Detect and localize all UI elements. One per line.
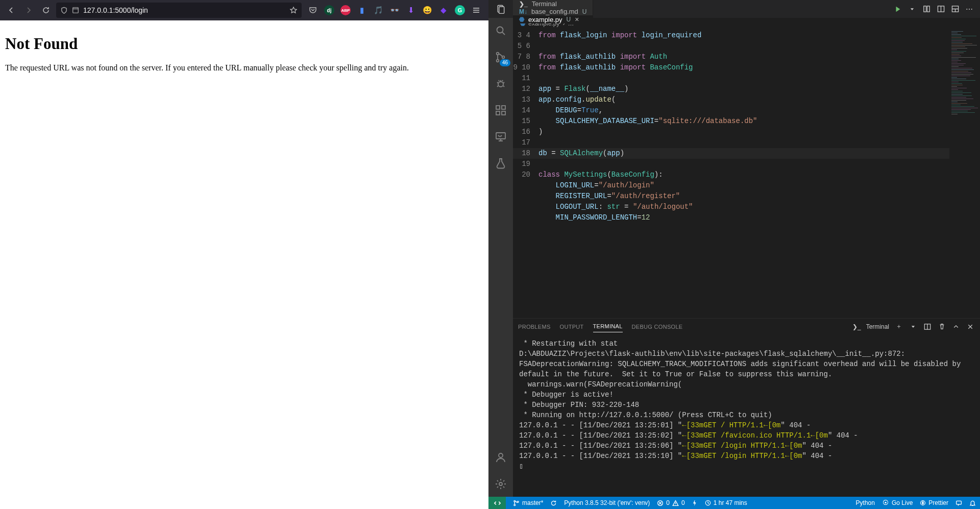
glasses-ext-icon[interactable]: 👓 xyxy=(389,5,400,15)
forward-button[interactable] xyxy=(21,3,36,17)
url-text: 127.0.0.1:5000/login xyxy=(83,6,285,14)
editor-column: ⬣ example.py › … 3 4 5 6 7 8 9 10 11 12 … xyxy=(513,18,980,497)
new-terminal-button[interactable]: ＋ xyxy=(894,322,903,331)
wakatime[interactable]: 1 hr 47 mins xyxy=(705,499,747,506)
layout-button[interactable] xyxy=(950,5,960,14)
tab-file-icon: M↓ xyxy=(519,8,527,15)
tab-label: Terminal xyxy=(532,0,557,8)
svg-point-8 xyxy=(497,53,499,55)
adblock-ext-icon[interactable]: ABP xyxy=(340,5,351,15)
settings-icon[interactable] xyxy=(493,476,508,492)
split-editor-button[interactable] xyxy=(936,5,945,14)
panel-tab-problems[interactable]: PROBLEMS xyxy=(518,321,551,332)
source-control-icon[interactable]: 46 xyxy=(493,50,508,65)
svg-rect-13 xyxy=(496,111,500,115)
svg-point-21 xyxy=(514,504,516,505)
line-gutter: 3 4 5 6 7 8 9 10 11 12 13 14 15 16 17 18… xyxy=(513,29,538,318)
music-ext-icon[interactable]: 🎵 xyxy=(373,5,383,15)
django-ext-icon[interactable]: dj xyxy=(324,5,334,15)
extensions-icon[interactable] xyxy=(493,103,508,118)
close-panel-button[interactable] xyxy=(966,322,975,331)
editor-action-bar: ⋯ xyxy=(887,0,980,18)
tab-modified-indicator: U xyxy=(582,8,587,15)
status-bar: master* Python 3.8.5 32-bit ('env': venv… xyxy=(488,497,980,509)
bottom-panel: PROBLEMS OUTPUT TERMINAL DEBUG CONSOLE ❯… xyxy=(513,318,980,497)
page-message: The requested URL was not found on the s… xyxy=(5,63,483,72)
svg-rect-14 xyxy=(502,111,505,115)
tab-label: base_config.md xyxy=(531,8,578,15)
run-button[interactable] xyxy=(893,5,902,14)
grammarly-ext-icon[interactable]: G xyxy=(455,5,465,15)
run-dropdown-icon[interactable] xyxy=(908,5,917,14)
prettier-status[interactable]: Prettier xyxy=(920,499,948,506)
live-server-port-icon[interactable] xyxy=(692,500,698,506)
svg-point-11 xyxy=(498,82,503,87)
diamond-ext-icon[interactable]: ◆ xyxy=(438,5,449,15)
problems-status[interactable]: 0 0 xyxy=(657,499,684,506)
browser-toolbar: 127.0.0.1:5000/login dj ABP ▮ 🎵 👓 ⬇ 😀 ◆ … xyxy=(0,0,488,20)
pocket-icon[interactable] xyxy=(308,5,318,15)
svg-rect-2 xyxy=(499,7,504,13)
editor-tab-2[interactable]: ⬣example.pyU× xyxy=(513,15,593,23)
more-actions-icon[interactable]: ⋯ xyxy=(965,5,974,14)
svg-point-10 xyxy=(502,56,505,59)
vscode-window: ❯_TerminalM↓base_config.mdU⬣example.pyU×… xyxy=(488,0,980,509)
testing-icon[interactable] xyxy=(493,156,508,171)
svg-point-22 xyxy=(517,501,519,502)
terminal-dropdown-icon[interactable] xyxy=(909,322,918,331)
download-ext-icon[interactable]: ⬇ xyxy=(406,5,416,15)
code-area[interactable]: from flask_login import login_required f… xyxy=(538,29,949,318)
browser-window: 127.0.0.1:5000/login dj ABP ▮ 🎵 👓 ⬇ 😀 ◆ … xyxy=(0,0,488,509)
panel-tab-terminal[interactable]: TERMINAL xyxy=(593,321,623,332)
screen: 127.0.0.1:5000/login dj ABP ▮ 🎵 👓 ⬇ 😀 ◆ … xyxy=(0,0,980,509)
python-interpreter[interactable]: Python 3.8.5 32-bit ('env': venv) xyxy=(564,499,650,506)
terminal-name[interactable]: Terminal xyxy=(866,323,889,330)
panel-tabs: PROBLEMS OUTPUT TERMINAL DEBUG CONSOLE ❯… xyxy=(513,319,980,334)
smiley-ext-icon[interactable]: 😀 xyxy=(422,5,432,15)
app-menu-icon[interactable] xyxy=(471,5,481,15)
split-terminal-button[interactable] xyxy=(923,322,932,331)
shield-icon xyxy=(60,7,68,14)
compare-button[interactable] xyxy=(922,5,931,14)
remote-explorer-icon[interactable] xyxy=(493,129,508,144)
language-mode[interactable]: Python xyxy=(856,499,875,506)
panel-tab-output[interactable]: OUTPUT xyxy=(560,321,584,332)
go-live-button[interactable]: ⦿Go Live xyxy=(882,499,913,506)
terminal-prompt-icon: ❯_ xyxy=(852,323,861,330)
panel-tab-debug-console[interactable]: DEBUG CONSOLE xyxy=(632,321,683,332)
svg-rect-26 xyxy=(957,501,962,504)
editor-tab-1[interactable]: M↓base_config.mdU xyxy=(513,8,593,15)
code-editor[interactable]: 3 4 5 6 7 8 9 10 11 12 13 14 15 16 17 18… xyxy=(513,29,980,318)
editor-tab-0[interactable]: ❯_Terminal xyxy=(513,0,593,8)
terminal-output[interactable]: * Restarting with stat D:\ABDUAZIZ\Proje… xyxy=(513,334,980,497)
sync-button[interactable] xyxy=(550,500,557,506)
tab-close-icon[interactable]: × xyxy=(575,15,579,23)
svg-rect-4 xyxy=(927,6,929,12)
tab-modified-indicator: U xyxy=(566,16,571,23)
activity-bar: 46 xyxy=(488,18,513,497)
maximize-panel-button[interactable] xyxy=(951,322,961,331)
feedback-icon[interactable] xyxy=(955,500,962,506)
address-bar[interactable]: 127.0.0.1:5000/login xyxy=(56,3,302,18)
explorer-top-icon[interactable] xyxy=(488,0,513,18)
svg-point-7 xyxy=(497,27,503,33)
accounts-icon[interactable] xyxy=(493,450,508,465)
git-branch[interactable]: master* xyxy=(513,499,543,506)
back-button[interactable] xyxy=(4,3,18,17)
minimap[interactable] xyxy=(949,29,980,318)
search-icon[interactable] xyxy=(493,23,508,38)
svg-rect-12 xyxy=(496,106,500,109)
bookmark-star-icon[interactable] xyxy=(289,6,298,14)
editor-tab-bar: ❯_TerminalM↓base_config.mdU⬣example.pyU×… xyxy=(488,0,980,18)
svg-rect-0 xyxy=(73,8,79,13)
notifications-icon[interactable] xyxy=(969,500,976,506)
tab-file-icon: ❯_ xyxy=(519,1,528,8)
remote-indicator[interactable] xyxy=(488,497,506,509)
debug-icon[interactable] xyxy=(493,76,508,91)
kill-terminal-button[interactable] xyxy=(937,322,946,331)
svg-rect-15 xyxy=(502,106,505,109)
reload-button[interactable] xyxy=(39,3,53,17)
svg-point-9 xyxy=(497,60,499,62)
bookmark-ext-icon[interactable]: ▮ xyxy=(357,5,367,15)
extension-icons: dj ABP ▮ 🎵 👓 ⬇ 😀 ◆ G xyxy=(305,5,484,15)
